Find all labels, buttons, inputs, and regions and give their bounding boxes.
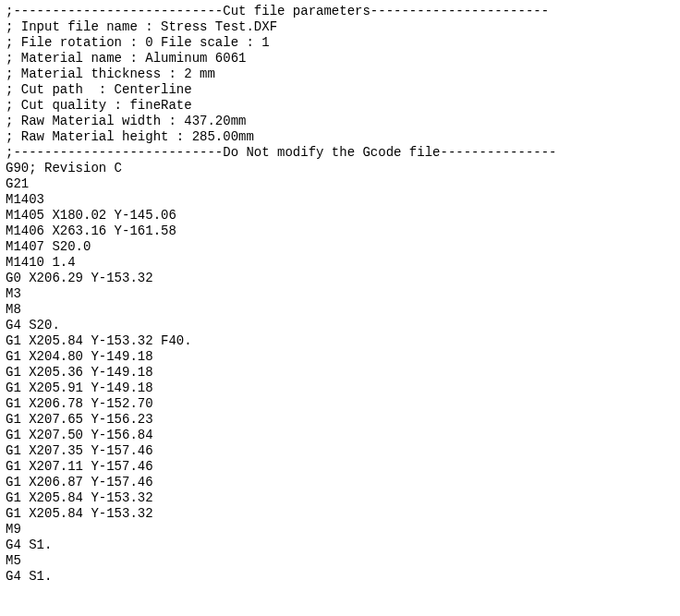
code-line: G4 S20. bbox=[6, 318, 60, 332]
code-line: G1 X207.35 Y-157.46 bbox=[6, 443, 153, 458]
code-line: G1 X207.50 Y-156.84 bbox=[6, 428, 153, 442]
code-line: ; Cut path : Centerline bbox=[6, 82, 192, 97]
code-line: ; Raw Material width : 437.20mm bbox=[6, 114, 246, 128]
code-line: G1 X206.78 Y-152.70 bbox=[6, 396, 153, 411]
code-line: G1 X204.80 Y-149.18 bbox=[6, 349, 153, 364]
code-line: G4 S1. bbox=[6, 537, 52, 552]
code-line: G21 bbox=[6, 176, 29, 191]
code-line: G1 X205.84 Y-153.32 F40. bbox=[6, 333, 192, 348]
gcode-listing: ;---------------------------Cut file par… bbox=[0, 0, 680, 588]
code-line: M1410 1.4 bbox=[6, 255, 76, 270]
code-line: G4 S1. bbox=[6, 569, 52, 584]
code-line: M9 bbox=[6, 522, 21, 537]
code-line: M5 bbox=[6, 553, 21, 568]
code-line: G1 X205.91 Y-149.18 bbox=[6, 380, 153, 395]
code-line: ; File rotation : 0 File scale : 1 bbox=[6, 35, 270, 50]
code-line: G1 X207.65 Y-156.23 bbox=[6, 412, 153, 427]
code-line: G0 X206.29 Y-153.32 bbox=[6, 271, 153, 285]
code-line: ;---------------------------Cut file par… bbox=[6, 4, 549, 18]
code-line: M1406 X263.16 Y-161.58 bbox=[6, 223, 176, 238]
code-line: G1 X205.84 Y-153.32 bbox=[6, 490, 153, 505]
code-line: G1 X205.84 Y-153.32 bbox=[6, 506, 153, 521]
code-line: G1 X207.11 Y-157.46 bbox=[6, 459, 153, 474]
code-line: G1 X206.87 Y-157.46 bbox=[6, 475, 153, 489]
code-line: M8 bbox=[6, 302, 21, 317]
code-line: ;---------------------------Do Not modif… bbox=[6, 145, 557, 160]
code-line: ; Material name : Aluminum 6061 bbox=[6, 51, 246, 66]
code-line: G1 X205.36 Y-149.18 bbox=[6, 365, 153, 380]
code-line: ; Input file name : Stress Test.DXF bbox=[6, 19, 277, 34]
code-line: ; Raw Material height : 285.00mm bbox=[6, 129, 254, 144]
code-line: ; Cut quality : fineRate bbox=[6, 98, 192, 113]
code-line: M1407 S20.0 bbox=[6, 239, 91, 254]
code-line: G90; Revision C bbox=[6, 161, 122, 175]
code-line: ; Material thickness : 2 mm bbox=[6, 66, 215, 81]
code-line: M1403 bbox=[6, 192, 44, 207]
code-line: M3 bbox=[6, 286, 21, 301]
code-line: M1405 X180.02 Y-145.06 bbox=[6, 208, 176, 223]
